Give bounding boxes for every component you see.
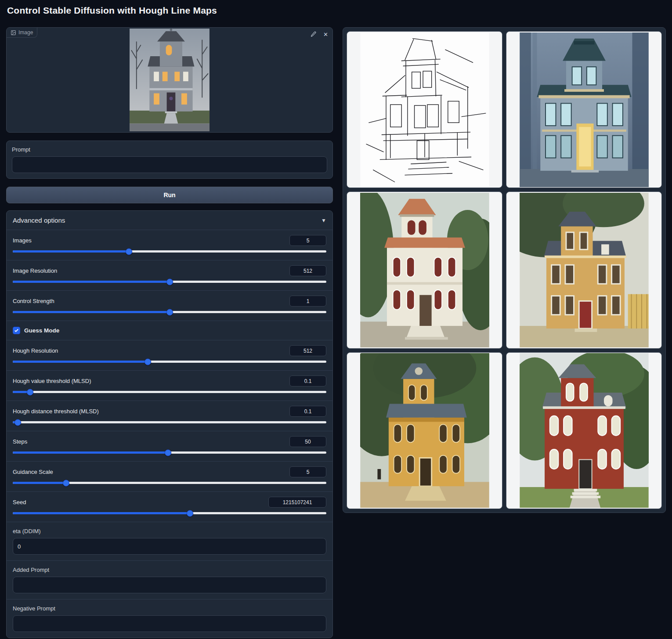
gallery-item-white-house[interactable]: [347, 191, 502, 348]
slider-seed-track[interactable]: [13, 512, 326, 514]
slider-hough-distance-threshold-label: Hough distance threshold (MLSD): [13, 408, 99, 415]
prompt-input[interactable]: [12, 156, 327, 173]
gallery-image-golden-house: [360, 353, 489, 508]
run-button[interactable]: Run: [6, 187, 333, 203]
guess-mode-row[interactable]: Guess Mode: [7, 321, 332, 340]
slider-hough-distance-threshold-track[interactable]: [13, 421, 326, 423]
slider-image-resolution-value[interactable]: [289, 265, 326, 276]
slider-steps-handle[interactable]: [165, 449, 171, 456]
slider-image-resolution: Image Resolution: [7, 260, 332, 290]
slider-hough-value-threshold-label: Hough value threshold (MLSD): [13, 378, 91, 384]
slider-image-resolution-label: Image Resolution: [13, 267, 57, 274]
slider-hough-resolution-handle[interactable]: [145, 358, 151, 365]
eta-input[interactable]: [13, 538, 326, 555]
controls-column: Image ✕: [6, 27, 333, 638]
slider-hough-value-threshold-value[interactable]: [289, 375, 326, 386]
slider-hough-resolution-track[interactable]: [13, 361, 326, 363]
slider-control-strength: Control Strength: [7, 290, 332, 321]
eta-label: eta (DDIM): [13, 528, 326, 534]
slider-hough-distance-threshold: Hough distance threshold (MLSD): [7, 401, 332, 431]
negative-prompt-label: Negative Prompt: [13, 605, 326, 612]
slider-hough-resolution-label: Hough Resolution: [13, 347, 58, 354]
image-block-label-text: Image: [18, 29, 33, 36]
advanced-options-panel: Advanced options ▼ Images Image Resoluti…: [6, 210, 333, 638]
image-actions: ✕: [310, 30, 329, 39]
gallery-item-red-house[interactable]: [506, 352, 662, 509]
image-icon: [11, 30, 16, 36]
slider-images-track[interactable]: [13, 250, 326, 253]
output-gallery: [343, 27, 666, 513]
advanced-options-header[interactable]: Advanced options ▼: [7, 211, 332, 230]
gallery-image-white-house: [360, 193, 489, 347]
gallery-image-hough-map: [360, 32, 489, 187]
gallery-image-teal-house: [520, 32, 649, 187]
slider-images-handle[interactable]: [126, 248, 132, 255]
gallery-item-teal-house[interactable]: [506, 31, 662, 188]
image-block-label: Image: [7, 28, 37, 38]
slider-seed-label: Seed: [13, 499, 26, 505]
input-image-block[interactable]: Image ✕: [6, 27, 333, 133]
slider-seed: Seed: [7, 491, 332, 522]
chevron-down-icon: ▼: [321, 217, 326, 224]
added-prompt-block: Added Prompt: [7, 560, 332, 599]
slider-control-strength-track[interactable]: [13, 311, 326, 313]
slider-hough-value-threshold-handle[interactable]: [27, 389, 33, 395]
slider-hough-resolution-value[interactable]: [289, 345, 326, 356]
gallery-image-tan-house: [520, 193, 649, 347]
slider-image-resolution-track[interactable]: [13, 281, 326, 283]
slider-image-resolution-handle[interactable]: [166, 278, 173, 285]
slider-control-strength-label: Control Strength: [13, 298, 54, 304]
guess-mode-checkbox[interactable]: [13, 327, 20, 334]
edit-image-button[interactable]: [310, 30, 317, 39]
slider-guidance-scale-value[interactable]: [289, 466, 326, 477]
results-column: [343, 27, 666, 513]
gallery-item-golden-house[interactable]: [347, 352, 502, 509]
slider-steps-track[interactable]: [13, 451, 326, 454]
slider-images-label: Images: [13, 237, 32, 244]
slider-steps: Steps: [7, 431, 332, 461]
gallery-item-tan-house[interactable]: [506, 191, 662, 348]
added-prompt-input[interactable]: [13, 577, 326, 593]
slider-guidance-scale: Guidance Scale: [7, 461, 332, 491]
slider-hough-value-threshold-track[interactable]: [13, 391, 326, 393]
slider-images-value[interactable]: [289, 235, 326, 246]
page-title: Control Stable Diffusion with Hough Line…: [7, 5, 217, 16]
negative-prompt-block: Negative Prompt: [7, 599, 332, 638]
slider-control-strength-handle[interactable]: [166, 309, 173, 315]
input-image[interactable]: [130, 29, 210, 131]
gallery-image-red-house: [520, 353, 649, 508]
slider-steps-label: Steps: [13, 438, 27, 445]
slider-hough-value-threshold: Hough value threshold (MLSD): [7, 370, 332, 401]
slider-guidance-scale-handle[interactable]: [63, 480, 69, 486]
slider-guidance-scale-track[interactable]: [13, 482, 326, 484]
pencil-icon: [311, 31, 316, 37]
slider-hough-distance-threshold-handle[interactable]: [14, 419, 21, 426]
slider-control-strength-value[interactable]: [289, 296, 326, 307]
check-icon: [14, 328, 19, 333]
slider-seed-handle[interactable]: [187, 510, 193, 516]
slider-hough-distance-threshold-value[interactable]: [289, 406, 326, 417]
gallery-item-hough-map[interactable]: [347, 31, 502, 188]
slider-guidance-scale-label: Guidance Scale: [13, 469, 53, 475]
advanced-options-title: Advanced options: [13, 217, 65, 224]
negative-prompt-input[interactable]: [13, 615, 326, 632]
added-prompt-label: Added Prompt: [13, 567, 326, 573]
guess-mode-label: Guess Mode: [24, 327, 59, 334]
app-window: Control Stable Diffusion with Hough Line…: [0, 0, 672, 639]
prompt-block: Prompt: [6, 141, 333, 179]
slider-images: Images: [7, 230, 332, 260]
prompt-label: Prompt: [12, 146, 327, 153]
slider-seed-value[interactable]: [268, 497, 326, 508]
eta-block: eta (DDIM): [7, 522, 332, 560]
slider-steps-value[interactable]: [289, 436, 326, 447]
clear-image-button[interactable]: ✕: [322, 30, 329, 39]
slider-hough-resolution: Hough Resolution: [7, 340, 332, 370]
